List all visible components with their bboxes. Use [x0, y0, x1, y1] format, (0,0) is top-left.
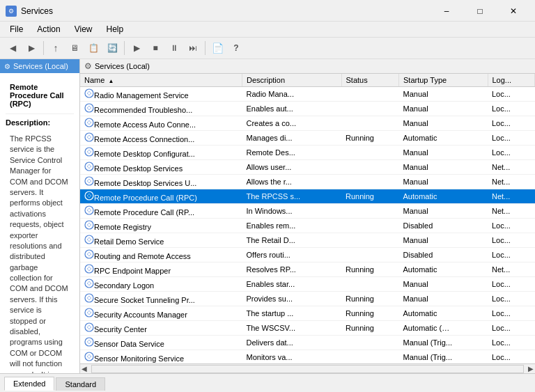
table-row[interactable]: Recommended Troublesho...Enables aut...M…	[80, 102, 535, 116]
service-desc-cell: Offers routi...	[242, 248, 342, 262]
service-name-cell: Security Center	[80, 321, 242, 336]
horizontal-scrollbar[interactable]: ◀ ▶	[80, 363, 535, 373]
table-row[interactable]: Remote Desktop ServicesAllows user...Man…	[80, 160, 535, 175]
svg-point-33	[88, 326, 91, 329]
service-status-cell: Running	[341, 189, 399, 204]
menu-file[interactable]: File	[4, 23, 29, 36]
menu-action[interactable]: Action	[31, 23, 65, 36]
scroll-left-btn[interactable]: ◀	[80, 365, 88, 373]
table-row[interactable]: Secondary LogonEnables star...ManualLoc.…	[80, 277, 535, 292]
service-status-cell: Running	[341, 306, 399, 321]
service-status-cell	[341, 350, 399, 364]
service-startup-cell: Automatic	[399, 189, 488, 204]
close-button[interactable]: ✕	[497, 4, 529, 18]
service-log-cell: Loc...	[488, 146, 535, 160]
title-bar-controls: – □ ✕	[431, 4, 529, 18]
col-header-name[interactable]: Name ▲	[80, 74, 242, 87]
service-table-wrapper[interactable]: Name ▲ Description Status Startup Type L…	[80, 74, 535, 363]
service-status-cell: Running	[341, 292, 399, 306]
table-row[interactable]: Security Accounts ManagerThe startup ...…	[80, 306, 535, 321]
tab-extended[interactable]: Extended	[4, 377, 54, 391]
table-row[interactable]: Radio Management ServiceRadio Mana...Man…	[80, 87, 535, 102]
table-row[interactable]: Remote Access Connection...Manages di...…	[80, 131, 535, 146]
sidebar-desc-label: Description:	[6, 118, 74, 127]
col-header-startup[interactable]: Startup Type	[399, 74, 488, 87]
table-row[interactable]: Routing and Remote AccessOffers routi...…	[80, 248, 535, 262]
service-icon	[84, 132, 94, 142]
toolbar-play[interactable]: ▶	[128, 40, 145, 56]
toolbar-up[interactable]: ↑	[47, 40, 64, 56]
service-status-cell	[341, 336, 399, 350]
menu-help[interactable]: Help	[101, 23, 130, 36]
col-header-log[interactable]: Log...	[488, 74, 535, 87]
service-icon	[84, 337, 94, 347]
sidebar-header-icon: ⚙	[4, 63, 10, 70]
service-startup-cell: Automatic	[399, 262, 488, 277]
toolbar: ◀ ▶ ↑ 🖥 📋 🔄 ▶ ■ ⏸ ⏭ 📄 ?	[0, 38, 535, 59]
sidebar-description: The RPCSS service is the Service Control…	[6, 130, 74, 373]
toolbar-stop[interactable]: ■	[147, 40, 164, 56]
service-desc-cell: Delivers dat...	[242, 336, 342, 350]
tab-standard[interactable]: Standard	[56, 377, 105, 391]
svg-point-21	[88, 238, 91, 241]
service-name-cell: Remote Procedure Call (RPC)	[80, 189, 242, 204]
maximize-button[interactable]: □	[464, 4, 496, 18]
title-text: Services	[21, 6, 53, 16]
service-name-cell: Remote Access Connection...	[80, 131, 242, 146]
toolbar-scope[interactable]: 📋	[85, 40, 102, 56]
service-desc-cell: In Windows...	[242, 204, 342, 219]
service-startup-cell: Manual	[399, 87, 488, 102]
table-row[interactable]: Retail Demo ServiceThe Retail D...Manual…	[80, 233, 535, 248]
service-table: Name ▲ Description Status Startup Type L…	[80, 74, 535, 363]
service-status-cell: Running	[341, 321, 399, 336]
toolbar-pause[interactable]: ⏸	[166, 40, 183, 56]
table-row[interactable]: Remote Access Auto Conne...Creates a co.…	[80, 116, 535, 131]
toolbar-restart[interactable]: ⏭	[185, 40, 201, 56]
toolbar-sep3	[205, 41, 206, 55]
table-row[interactable]: Remote Procedure Call (RPC)The RPCSS s..…	[80, 189, 535, 204]
service-startup-cell: Automatic	[399, 131, 488, 146]
table-row[interactable]: Sensor Monitoring ServiceMonitors va...M…	[80, 350, 535, 364]
toolbar-forward[interactable]: ▶	[23, 40, 40, 56]
service-name-cell: Remote Desktop Services U...	[80, 175, 242, 189]
service-icon	[84, 220, 94, 230]
toolbar-refresh[interactable]: 🔄	[104, 40, 121, 56]
table-row[interactable]: Remote Desktop Configurat...Remote Des..…	[80, 146, 535, 160]
service-name-cell: Security Accounts Manager	[80, 306, 242, 321]
service-startup-cell: Manual	[399, 160, 488, 175]
table-row[interactable]: Security CenterThe WSCSV...RunningAutoma…	[80, 321, 535, 336]
svg-point-15	[88, 194, 91, 197]
service-log-cell: Loc...	[488, 336, 535, 350]
panel-header-text: Services (Local)	[95, 62, 150, 70]
service-name-cell: Remote Registry	[80, 219, 242, 233]
table-row[interactable]: Remote RegistryEnables rem...DisabledLoc…	[80, 219, 535, 233]
table-row[interactable]: Secure Socket Tunneling Pr...Provides su…	[80, 292, 535, 306]
minimize-button[interactable]: –	[431, 4, 463, 18]
service-desc-cell: Creates a co...	[242, 116, 342, 131]
col-header-status[interactable]: Status	[341, 74, 399, 87]
svg-point-25	[88, 267, 91, 270]
table-row[interactable]: RPC Endpoint MapperResolves RP...Running…	[80, 262, 535, 277]
service-log-cell: Net...	[488, 204, 535, 219]
toolbar-show-hide[interactable]: 🖥	[66, 40, 83, 56]
menu-view[interactable]: View	[69, 23, 98, 36]
service-log-cell: Loc...	[488, 277, 535, 292]
service-icon	[84, 249, 94, 259]
col-header-desc[interactable]: Description	[242, 74, 342, 87]
service-status-cell	[341, 102, 399, 116]
toolbar-back[interactable]: ◀	[4, 40, 21, 56]
service-log-cell: Net...	[488, 160, 535, 175]
table-row[interactable]: Remote Procedure Call (RP...In Windows..…	[80, 204, 535, 219]
service-log-cell: Loc...	[488, 306, 535, 321]
toolbar-help[interactable]: ?	[228, 40, 245, 56]
h-scroll-track[interactable]	[91, 365, 524, 373]
toolbar-sep1	[43, 41, 44, 55]
table-row[interactable]: Remote Desktop Services U...Allows the r…	[80, 175, 535, 189]
toolbar-properties[interactable]: 📄	[209, 40, 226, 56]
service-log-cell: Loc...	[488, 102, 535, 116]
table-row[interactable]: Sensor Data ServiceDelivers dat...Manual…	[80, 336, 535, 350]
scroll-right-btn[interactable]: ▶	[527, 365, 535, 373]
sort-arrow-name: ▲	[108, 78, 114, 84]
service-status-cell	[341, 219, 399, 233]
service-log-cell: Net...	[488, 262, 535, 277]
